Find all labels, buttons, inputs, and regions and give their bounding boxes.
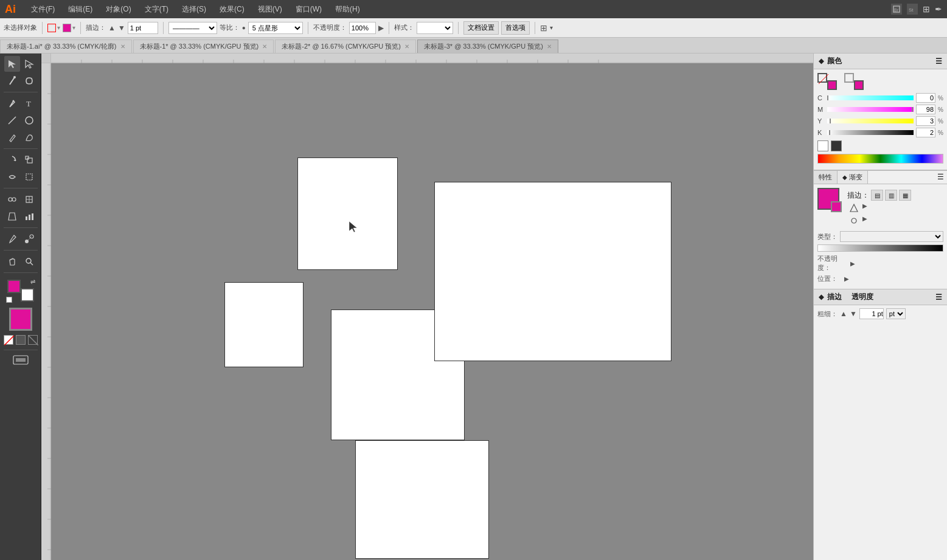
swap-colors-icon[interactable]: ⇌ bbox=[30, 278, 35, 285]
menu-text[interactable]: 文字(T) bbox=[142, 3, 172, 16]
grad-fill-preview[interactable] bbox=[817, 188, 839, 210]
stroke-up-btn[interactable]: ▲ bbox=[840, 309, 847, 318]
gradient-type-select[interactable] bbox=[840, 231, 943, 242]
stroke-panel-menu[interactable]: ☰ bbox=[935, 293, 942, 302]
menu-effect[interactable]: 效果(C) bbox=[217, 3, 248, 16]
bridge-icon[interactable]: Br bbox=[891, 4, 902, 15]
fill-preview2[interactable] bbox=[854, 80, 864, 90]
live-paint-tool[interactable] bbox=[21, 192, 37, 207]
tab-1-close[interactable]: ✕ bbox=[262, 43, 267, 50]
zoom-tool[interactable] bbox=[21, 254, 37, 269]
stroke-size-input[interactable] bbox=[859, 308, 884, 319]
opacity-expand[interactable]: ▶ bbox=[850, 260, 855, 267]
menu-edit[interactable]: 编辑(E) bbox=[65, 3, 95, 16]
fill-color-box[interactable] bbox=[7, 280, 21, 293]
eyedropper-tool[interactable] bbox=[4, 231, 20, 247]
stroke-align-outside[interactable]: ▦ bbox=[899, 190, 911, 201]
opacity-right-icon[interactable]: ▶ bbox=[378, 24, 384, 32]
default-colors-icon[interactable] bbox=[6, 297, 12, 303]
grad-stroke-preview[interactable] bbox=[831, 201, 842, 212]
warp-tool[interactable] bbox=[4, 169, 20, 185]
y-slider[interactable] bbox=[827, 119, 914, 123]
arrange-icon[interactable]: ⊞ bbox=[923, 4, 930, 14]
stock-icon[interactable]: St bbox=[907, 4, 918, 15]
color-none-icon[interactable] bbox=[4, 335, 13, 345]
ellipse-tool[interactable] bbox=[21, 112, 37, 128]
k-input[interactable] bbox=[916, 128, 935, 137]
shape-builder-tool[interactable] bbox=[4, 192, 20, 207]
shape-5[interactable] bbox=[355, 440, 489, 559]
panel-config-icon[interactable]: ☰ bbox=[935, 57, 942, 66]
shape-4[interactable] bbox=[434, 182, 671, 361]
color-gray-icon[interactable] bbox=[28, 335, 38, 345]
c-input[interactable] bbox=[916, 93, 935, 103]
arrange-dropdown[interactable]: ▾ bbox=[550, 24, 553, 31]
stroke-panel-icon[interactable]: ◆ bbox=[819, 293, 824, 301]
color-black-icon[interactable] bbox=[16, 335, 26, 345]
first-screen-btn[interactable]: 首选项 bbox=[501, 21, 530, 35]
menu-file[interactable]: 文件(F) bbox=[28, 3, 58, 16]
k-slider[interactable] bbox=[827, 130, 914, 135]
style-select[interactable] bbox=[417, 22, 453, 34]
perspective-tool[interactable] bbox=[4, 209, 20, 224]
pen-icon[interactable]: ✒ bbox=[935, 4, 942, 14]
magic-wand-tool[interactable] bbox=[4, 73, 20, 89]
canvas-area[interactable] bbox=[41, 54, 813, 560]
scale-tool[interactable] bbox=[21, 152, 37, 168]
stroke-up-icon[interactable]: ▲ bbox=[108, 24, 116, 32]
tab-2-close[interactable]: ✕ bbox=[404, 43, 409, 50]
color-spectrum-bar[interactable] bbox=[817, 154, 943, 164]
stroke-preview2[interactable] bbox=[844, 73, 854, 83]
y-input[interactable] bbox=[916, 116, 935, 126]
color-panel-collapse-icon[interactable]: ◆ bbox=[819, 57, 824, 65]
white-swatch[interactable] bbox=[817, 140, 828, 151]
gradient-panel-menu[interactable]: ☰ bbox=[934, 171, 947, 184]
fill-preview[interactable] bbox=[827, 80, 837, 90]
join-expand[interactable]: ▶ bbox=[862, 215, 867, 226]
view-mode-icon[interactable] bbox=[12, 354, 29, 365]
active-fill-swatch[interactable] bbox=[9, 308, 32, 331]
tab-3-close[interactable]: ✕ bbox=[547, 43, 552, 50]
blob-brush-tool[interactable] bbox=[21, 130, 37, 145]
transparency-tab-label[interactable]: 透明度 bbox=[852, 292, 873, 302]
menu-view[interactable]: 视图(V) bbox=[255, 3, 285, 16]
arrange-icon2[interactable]: ⊞ bbox=[540, 23, 547, 33]
canvas-content[interactable] bbox=[51, 63, 813, 560]
tab-2[interactable]: 未标题-2* @ 16.67% (CMYK/GPU 预览) ✕ bbox=[275, 40, 416, 53]
gradient-tab[interactable]: ◆ 渐变 bbox=[838, 171, 868, 184]
opacity-input[interactable] bbox=[349, 22, 376, 34]
stroke-down-btn[interactable]: ▼ bbox=[850, 309, 857, 318]
stroke-input[interactable] bbox=[128, 22, 158, 34]
stroke-align-center[interactable]: ▥ bbox=[885, 190, 897, 201]
stroke-dropdown-icon[interactable]: ▾ bbox=[57, 24, 60, 31]
cap-style-1[interactable] bbox=[847, 202, 861, 213]
tab-0[interactable]: 未标题-1.ai* @ 33.33% (CMYK/轮廓) ✕ bbox=[0, 40, 132, 53]
stroke-down-icon[interactable]: ▼ bbox=[118, 24, 125, 32]
doc-settings-btn[interactable]: 文档设置 bbox=[463, 21, 499, 35]
graph-tool[interactable] bbox=[21, 209, 37, 224]
menu-select[interactable]: 选择(S) bbox=[179, 3, 209, 16]
line-tool[interactable] bbox=[4, 112, 20, 128]
stroke-style-select[interactable]: ———— bbox=[168, 22, 217, 34]
join-style-1[interactable] bbox=[847, 215, 861, 226]
hand-tool[interactable] bbox=[4, 254, 20, 269]
gradient-gray-bar[interactable] bbox=[817, 244, 943, 252]
points-shape-select[interactable]: 5 点星形 bbox=[248, 22, 303, 34]
lasso-tool[interactable] bbox=[21, 73, 37, 89]
shape-1[interactable] bbox=[297, 157, 398, 270]
m-input[interactable] bbox=[916, 105, 935, 114]
stroke-align-inside[interactable]: ▤ bbox=[871, 190, 883, 201]
select-tool[interactable] bbox=[4, 56, 20, 72]
stroke-unit-select[interactable]: pt bbox=[886, 308, 906, 319]
blend-tool[interactable] bbox=[21, 231, 37, 247]
stroke-color-btn[interactable]: ▾ bbox=[47, 24, 60, 32]
shape-2[interactable] bbox=[224, 282, 304, 367]
rotate-tool[interactable] bbox=[4, 152, 20, 168]
stroke-color-box[interactable] bbox=[21, 288, 34, 302]
position-expand[interactable]: ▶ bbox=[844, 275, 849, 282]
pen-tool[interactable] bbox=[4, 95, 20, 111]
tab-1[interactable]: 未标题-1* @ 33.33% (CMYK/GPU 预览) ✕ bbox=[133, 40, 274, 53]
menu-help[interactable]: 帮助(H) bbox=[332, 3, 363, 16]
tab-3[interactable]: 未标题-3* @ 33.33% (CMYK/GPU 预览) ✕ bbox=[417, 40, 558, 53]
stroke-preview[interactable] bbox=[817, 73, 827, 83]
